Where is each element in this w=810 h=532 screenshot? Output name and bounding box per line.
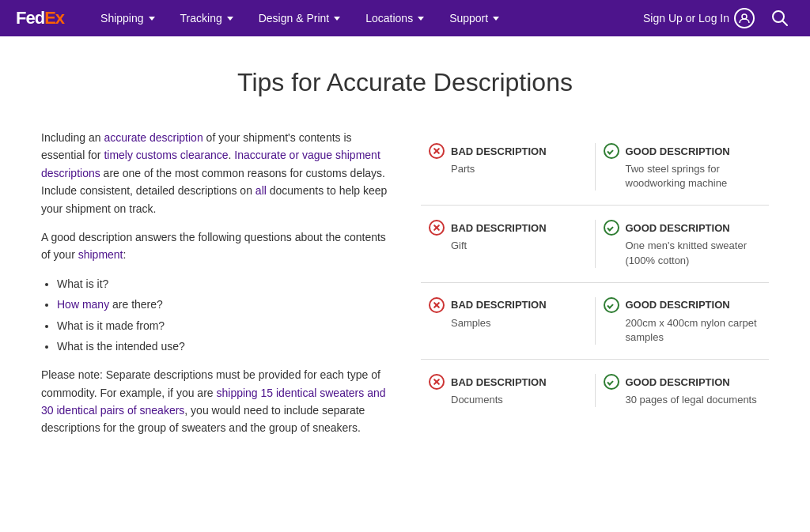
content-layout: Including an accurate description of you… — [41, 129, 769, 448]
chevron-down-icon — [493, 17, 499, 21]
good-label-3: GOOD DESCRIPTION — [626, 299, 730, 311]
good-side-4: GOOD DESCRIPTION 30 pages of legal docum… — [596, 374, 770, 407]
logo-fed: Fed — [16, 8, 44, 28]
navigation: FedEx Shipping Tracking Design & Print L… — [0, 0, 810, 36]
bad-header-1: BAD DESCRIPTION — [429, 143, 587, 159]
good-icon-2 — [604, 220, 619, 236]
good-side-1: GOOD DESCRIPTION Two steel springs for w… — [596, 143, 770, 191]
good-desc-intro: A good description answers the following… — [41, 228, 389, 264]
user-icon — [734, 8, 755, 28]
good-side-3: GOOD DESCRIPTION 200cm x 400cm nylon car… — [596, 297, 770, 345]
good-label-1: GOOD DESCRIPTION — [626, 145, 730, 157]
bad-side-4: BAD DESCRIPTION Documents — [421, 374, 596, 407]
bullet-list: What is it? How many are there? What is … — [57, 275, 389, 356]
nav-item-locations[interactable]: Locations — [353, 0, 437, 36]
search-button[interactable] — [766, 4, 794, 32]
link-how-many[interactable]: How many — [57, 298, 109, 311]
nav-item-design-print[interactable]: Design & Print — [246, 0, 353, 36]
svg-line-2 — [782, 21, 787, 25]
link-shipment[interactable]: shipment — [78, 248, 123, 261]
main-content: Tips for Accurate Descriptions Including… — [25, 36, 785, 496]
good-icon-1 — [604, 143, 619, 159]
bad-side-3: BAD DESCRIPTION Samples — [421, 297, 596, 345]
good-label-2: GOOD DESCRIPTION — [626, 222, 730, 234]
link-shipping[interactable]: shipping 15 identical sweaters and 30 id… — [41, 387, 386, 417]
good-value-4: 30 pages of legal documents — [604, 393, 762, 407]
good-header-4: GOOD DESCRIPTION — [604, 374, 762, 390]
bad-side-1: BAD DESCRIPTION Parts — [421, 143, 596, 191]
comparison-row-4: BAD DESCRIPTION Documents GOOD DESCRIPTI… — [421, 360, 769, 421]
bad-label-4: BAD DESCRIPTION — [451, 376, 547, 388]
note-para: Please note: Separate descriptions must … — [41, 366, 389, 437]
bad-icon-1 — [429, 143, 445, 159]
bad-value-2: Gift — [429, 239, 587, 253]
good-icon-4 — [604, 374, 619, 390]
left-column: Including an accurate description of you… — [41, 129, 389, 448]
page-title: Tips for Accurate Descriptions — [41, 68, 769, 97]
good-value-1: Two steel springs for woodworking machin… — [604, 162, 762, 191]
bad-value-3: Samples — [429, 316, 587, 330]
nav-item-shipping[interactable]: Shipping — [88, 0, 168, 36]
bad-side-2: BAD DESCRIPTION Gift — [421, 220, 596, 267]
bad-icon-4 — [429, 374, 445, 390]
bad-header-2: BAD DESCRIPTION — [429, 220, 587, 236]
chevron-down-icon — [418, 17, 424, 21]
bullet-1: What is it? — [57, 275, 389, 292]
chevron-down-icon — [149, 17, 155, 21]
sign-in-button[interactable]: Sign Up or Log In — [635, 8, 763, 28]
link-timely[interactable]: timely customs clearance — [104, 149, 228, 161]
nav-right: Sign Up or Log In — [635, 4, 794, 32]
bad-label-3: BAD DESCRIPTION — [451, 299, 547, 311]
link-all[interactable]: all — [255, 184, 267, 197]
bullet-4: What is the intended use? — [57, 338, 389, 355]
bad-label-1: BAD DESCRIPTION — [451, 145, 547, 157]
chevron-down-icon — [227, 17, 233, 21]
bad-header-3: BAD DESCRIPTION — [429, 297, 587, 313]
bullet-2: How many are there? — [57, 296, 389, 313]
comparison-row-1: BAD DESCRIPTION Parts GOOD DESCRIPTION T… — [421, 129, 769, 206]
nav-item-support[interactable]: Support — [437, 0, 512, 36]
bad-label-2: BAD DESCRIPTION — [451, 222, 547, 234]
link-accurate[interactable]: accurate description — [104, 131, 202, 144]
good-value-3: 200cm x 400cm nylon carpet samples — [604, 316, 762, 345]
good-header-3: GOOD DESCRIPTION — [604, 297, 762, 313]
bad-icon-3 — [429, 297, 445, 313]
bad-value-4: Documents — [429, 393, 587, 407]
good-header-2: GOOD DESCRIPTION — [604, 220, 762, 236]
svg-point-0 — [742, 14, 747, 19]
bad-value-1: Parts — [429, 162, 587, 176]
bad-icon-2 — [429, 220, 445, 236]
intro-para: Including an accurate description of you… — [41, 129, 389, 217]
comparison-row-3: BAD DESCRIPTION Samples GOOD DESCRIPTION… — [421, 283, 769, 360]
nav-menu: Shipping Tracking Design & Print Locatio… — [88, 0, 635, 36]
good-value-2: One men's knitted sweater (100% cotton) — [604, 239, 762, 267]
bullet-3: What is it made from? — [57, 317, 389, 334]
good-label-4: GOOD DESCRIPTION — [626, 376, 730, 388]
note-label: Please note: — [41, 368, 103, 381]
good-header-1: GOOD DESCRIPTION — [604, 143, 762, 159]
chevron-down-icon — [334, 17, 340, 21]
logo-ex: Ex — [44, 8, 64, 28]
right-column: BAD DESCRIPTION Parts GOOD DESCRIPTION T… — [421, 129, 769, 421]
fedex-logo[interactable]: FedEx — [16, 3, 72, 33]
nav-item-tracking[interactable]: Tracking — [168, 0, 246, 36]
good-icon-3 — [604, 297, 619, 313]
good-side-2: GOOD DESCRIPTION One men's knitted sweat… — [596, 220, 770, 267]
comparison-row-2: BAD DESCRIPTION Gift GOOD DESCRIPTION On… — [421, 206, 769, 282]
bad-header-4: BAD DESCRIPTION — [429, 374, 587, 390]
